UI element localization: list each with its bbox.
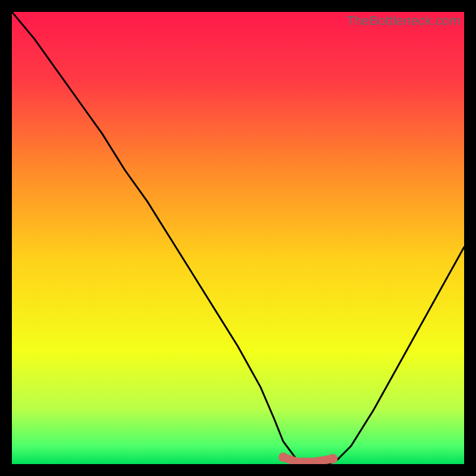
bottleneck-minimum-highlight: [283, 458, 333, 462]
gradient-background: [12, 12, 464, 464]
highlight-endpoint-dot: [328, 454, 338, 464]
chart-frame: TheBottleneck.com: [12, 12, 464, 464]
highlight-endpoint-dot: [278, 453, 288, 462]
bottleneck-chart: [12, 12, 464, 464]
